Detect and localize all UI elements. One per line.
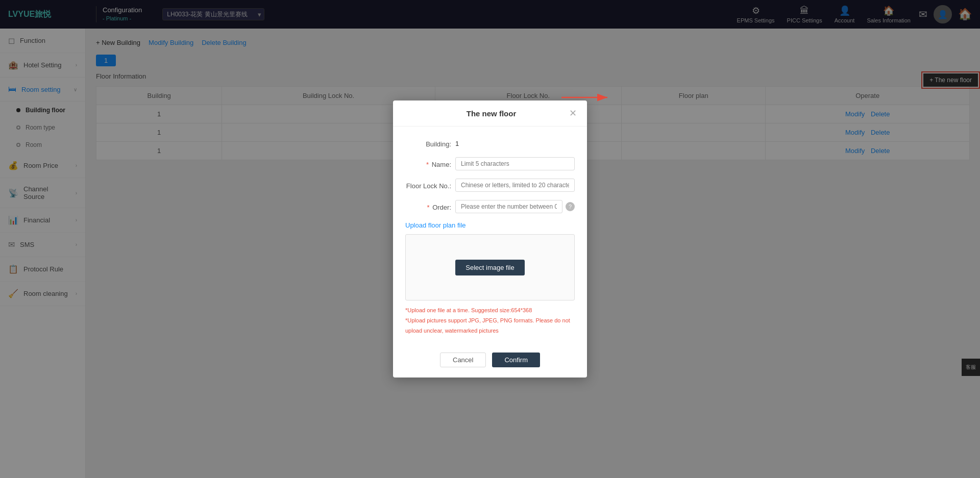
name-label: * Name: <box>405 157 451 169</box>
building-value: 1 <box>455 137 459 147</box>
select-file-button[interactable]: Select image file <box>455 260 524 275</box>
name-required: * <box>426 161 429 168</box>
upload-title: Upload floor plan file <box>405 221 575 229</box>
order-help-icon[interactable]: ? <box>566 202 575 211</box>
order-input-wrap: ? <box>455 200 575 213</box>
modal-overlay: The new floor ✕ Building: 1 * Name: <box>0 0 980 478</box>
modal-footer: Cancel Confirm <box>393 346 587 378</box>
modal-body: Building: 1 * Name: Floor Lock No.: <box>393 127 587 346</box>
floor-lock-label: Floor Lock No.: <box>405 179 451 191</box>
form-row-order: * Order: ? <box>405 200 575 213</box>
modal-dialog: The new floor ✕ Building: 1 * Name: <box>393 100 587 378</box>
red-arrow-svg <box>556 90 618 105</box>
form-row-floor-lock: Floor Lock No.: <box>405 179 575 192</box>
confirm-button[interactable]: Confirm <box>492 353 540 367</box>
upload-area[interactable]: Select image file <box>405 234 575 300</box>
form-row-building: Building: 1 <box>405 137 575 149</box>
order-required: * <box>427 204 429 211</box>
modal-container: The new floor ✕ Building: 1 * Name: <box>393 100 587 378</box>
building-label: Building: <box>405 137 451 149</box>
order-label: * Order: <box>405 200 451 212</box>
modal-close-button[interactable]: ✕ <box>569 109 577 118</box>
order-input[interactable] <box>455 200 562 213</box>
name-input[interactable] <box>455 157 575 170</box>
upload-hints: *Upload one file at a time. Suggested si… <box>405 306 575 336</box>
upload-hint1: *Upload one file at a time. Suggested si… <box>405 306 575 316</box>
arrow-indicator <box>556 90 618 105</box>
floor-lock-input[interactable] <box>455 179 575 192</box>
form-row-name: * Name: <box>405 157 575 170</box>
upload-hint2: *Upload pictures support JPG, JPEG, PNG … <box>405 316 575 336</box>
cancel-button[interactable]: Cancel <box>440 353 486 367</box>
modal-title: The new floor <box>413 109 569 118</box>
